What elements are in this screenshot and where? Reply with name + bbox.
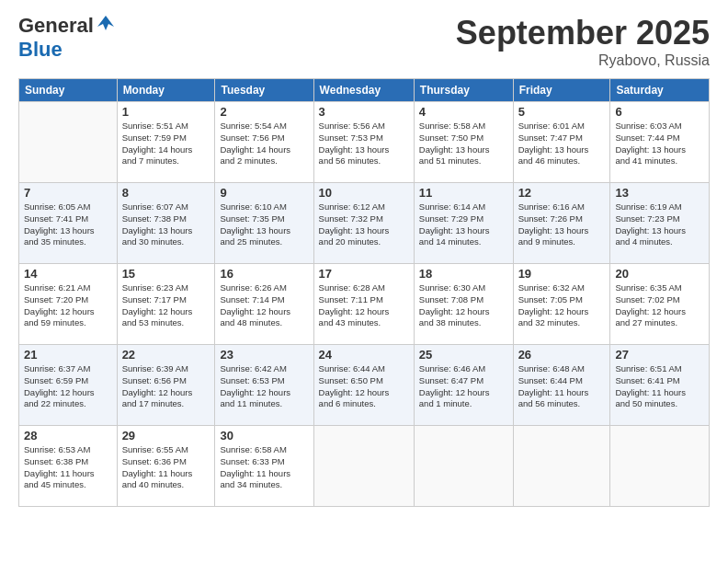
table-row: 1Sunrise: 5:51 AM Sunset: 7:59 PM Daylig… [117,102,215,183]
day-number: 1 [122,105,210,119]
day-info: Sunrise: 6:37 AM Sunset: 6:59 PM Dayligh… [24,363,112,410]
location: Ryabovo, Russia [456,52,710,69]
col-tuesday: Tuesday [215,79,313,102]
logo-blue-line: Blue [18,38,63,62]
table-row: 13Sunrise: 6:19 AM Sunset: 7:23 PM Dayli… [610,183,710,264]
day-info: Sunrise: 6:16 AM Sunset: 7:26 PM Dayligh… [518,201,606,248]
table-row: 3Sunrise: 5:56 AM Sunset: 7:53 PM Daylig… [313,102,414,183]
day-info: Sunrise: 5:51 AM Sunset: 7:59 PM Dayligh… [122,121,210,167]
day-number: 22 [122,348,210,362]
day-info: Sunrise: 6:58 AM Sunset: 6:33 PM Dayligh… [220,444,308,491]
page-container: General Blue September 2025 Ryabovo, Rus… [0,0,728,521]
calendar-header-row: Sunday Monday Tuesday Wednesday Thursday… [19,79,710,102]
logo-blue: Blue [18,38,63,61]
day-number: 15 [122,267,210,281]
day-number: 2 [220,105,308,119]
day-info: Sunrise: 6:32 AM Sunset: 7:05 PM Dayligh… [518,282,606,329]
day-number: 12 [518,186,606,200]
table-row: 12Sunrise: 6:16 AM Sunset: 7:26 PM Dayli… [513,183,610,264]
calendar-week-row: 28Sunrise: 6:53 AM Sunset: 6:38 PM Dayli… [19,426,710,507]
day-info: Sunrise: 6:07 AM Sunset: 7:38 PM Dayligh… [122,201,210,248]
day-info: Sunrise: 6:55 AM Sunset: 6:36 PM Dayligh… [122,444,210,491]
col-wednesday: Wednesday [313,79,414,102]
logo: General Blue [18,14,116,62]
table-row: 7Sunrise: 6:05 AM Sunset: 7:41 PM Daylig… [19,183,118,264]
day-info: Sunrise: 6:01 AM Sunset: 7:47 PM Dayligh… [518,121,606,167]
day-number: 4 [419,105,508,119]
table-row: 27Sunrise: 6:51 AM Sunset: 6:41 PM Dayli… [610,345,710,426]
day-number: 29 [122,429,210,442]
table-row: 10Sunrise: 6:12 AM Sunset: 7:32 PM Dayli… [313,183,414,264]
table-row: 17Sunrise: 6:28 AM Sunset: 7:11 PM Dayli… [313,264,414,345]
col-thursday: Thursday [414,79,513,102]
day-info: Sunrise: 6:35 AM Sunset: 7:02 PM Dayligh… [615,282,704,329]
table-row: 23Sunrise: 6:42 AM Sunset: 6:53 PM Dayli… [215,345,313,426]
table-row: 18Sunrise: 6:30 AM Sunset: 7:08 PM Dayli… [414,264,513,345]
day-info: Sunrise: 6:03 AM Sunset: 7:44 PM Dayligh… [615,121,704,167]
title-block: September 2025 Ryabovo, Russia [456,14,710,69]
table-row [610,426,710,507]
table-row: 4Sunrise: 5:58 AM Sunset: 7:50 PM Daylig… [414,102,513,183]
day-number: 18 [419,267,508,281]
day-info: Sunrise: 5:56 AM Sunset: 7:53 PM Dayligh… [319,121,409,167]
day-number: 24 [319,348,409,362]
day-number: 5 [518,105,606,119]
day-number: 23 [220,348,308,362]
table-row: 21Sunrise: 6:37 AM Sunset: 6:59 PM Dayli… [19,345,118,426]
table-row: 16Sunrise: 6:26 AM Sunset: 7:14 PM Dayli… [215,264,313,345]
day-info: Sunrise: 6:46 AM Sunset: 6:47 PM Dayligh… [419,363,508,410]
table-row: 9Sunrise: 6:10 AM Sunset: 7:35 PM Daylig… [215,183,313,264]
day-number: 21 [24,348,112,362]
day-info: Sunrise: 6:12 AM Sunset: 7:32 PM Dayligh… [319,201,409,248]
logo-bird-icon [96,14,116,34]
day-number: 30 [220,429,308,442]
day-info: Sunrise: 6:51 AM Sunset: 6:41 PM Dayligh… [615,363,704,410]
day-info: Sunrise: 6:42 AM Sunset: 6:53 PM Dayligh… [220,363,308,410]
col-monday: Monday [117,79,215,102]
day-info: Sunrise: 6:05 AM Sunset: 7:41 PM Dayligh… [24,201,112,248]
day-info: Sunrise: 6:23 AM Sunset: 7:17 PM Dayligh… [122,282,210,329]
table-row [513,426,610,507]
day-info: Sunrise: 6:14 AM Sunset: 7:29 PM Dayligh… [419,201,508,248]
day-number: 25 [419,348,508,362]
day-info: Sunrise: 6:39 AM Sunset: 6:56 PM Dayligh… [122,363,210,410]
day-number: 28 [24,429,112,442]
day-number: 7 [24,186,112,200]
day-number: 13 [615,186,704,200]
table-row: 26Sunrise: 6:48 AM Sunset: 6:44 PM Dayli… [513,345,610,426]
day-number: 3 [319,105,409,119]
day-number: 6 [615,105,704,119]
table-row: 2Sunrise: 5:54 AM Sunset: 7:56 PM Daylig… [215,102,313,183]
day-info: Sunrise: 6:48 AM Sunset: 6:44 PM Dayligh… [518,363,606,410]
day-number: 16 [220,267,308,281]
day-info: Sunrise: 5:58 AM Sunset: 7:50 PM Dayligh… [419,121,508,167]
day-number: 20 [615,267,704,281]
table-row: 24Sunrise: 6:44 AM Sunset: 6:50 PM Dayli… [313,345,414,426]
day-info: Sunrise: 6:21 AM Sunset: 7:20 PM Dayligh… [24,282,112,329]
table-row: 19Sunrise: 6:32 AM Sunset: 7:05 PM Dayli… [513,264,610,345]
calendar-week-row: 14Sunrise: 6:21 AM Sunset: 7:20 PM Dayli… [19,264,710,345]
table-row: 5Sunrise: 6:01 AM Sunset: 7:47 PM Daylig… [513,102,610,183]
day-info: Sunrise: 6:53 AM Sunset: 6:38 PM Dayligh… [24,444,112,491]
table-row: 8Sunrise: 6:07 AM Sunset: 7:38 PM Daylig… [117,183,215,264]
col-friday: Friday [513,79,610,102]
table-row: 14Sunrise: 6:21 AM Sunset: 7:20 PM Dayli… [19,264,118,345]
table-row: 20Sunrise: 6:35 AM Sunset: 7:02 PM Dayli… [610,264,710,345]
table-row: 29Sunrise: 6:55 AM Sunset: 6:36 PM Dayli… [117,426,215,507]
day-number: 19 [518,267,606,281]
day-number: 10 [319,186,409,200]
day-number: 9 [220,186,308,200]
table-row: 6Sunrise: 6:03 AM Sunset: 7:44 PM Daylig… [610,102,710,183]
calendar-table: Sunday Monday Tuesday Wednesday Thursday… [18,78,710,507]
calendar-week-row: 21Sunrise: 6:37 AM Sunset: 6:59 PM Dayli… [19,345,710,426]
page-header: General Blue September 2025 Ryabovo, Rus… [18,14,710,69]
logo-general: General [18,14,94,38]
day-info: Sunrise: 6:19 AM Sunset: 7:23 PM Dayligh… [615,201,704,248]
day-number: 26 [518,348,606,362]
day-number: 17 [319,267,409,281]
logo-text: General [18,14,116,38]
day-number: 8 [122,186,210,200]
table-row: 30Sunrise: 6:58 AM Sunset: 6:33 PM Dayli… [215,426,313,507]
table-row: 25Sunrise: 6:46 AM Sunset: 6:47 PM Dayli… [414,345,513,426]
day-info: Sunrise: 6:26 AM Sunset: 7:14 PM Dayligh… [220,282,308,329]
